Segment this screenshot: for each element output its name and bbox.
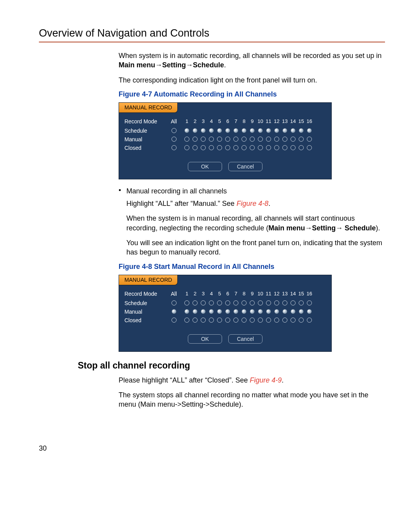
schedule-ch-radio[interactable] bbox=[233, 128, 238, 133]
manual-ch-radio[interactable] bbox=[282, 137, 287, 142]
schedule-ch-radio[interactable] bbox=[274, 300, 279, 305]
schedule-ch-radio[interactable] bbox=[307, 300, 312, 305]
closed-ch-radio[interactable] bbox=[209, 318, 214, 323]
closed-ch-radio[interactable] bbox=[242, 145, 247, 150]
manual-ch-radio[interactable] bbox=[233, 309, 238, 314]
schedule-ch-radio[interactable] bbox=[282, 128, 287, 133]
manual-ch-radio[interactable] bbox=[290, 309, 296, 314]
closed-ch-radio[interactable] bbox=[299, 318, 304, 323]
closed-ch-radio[interactable] bbox=[209, 145, 214, 150]
schedule-ch-radio[interactable] bbox=[299, 128, 304, 133]
ok-button[interactable]: OK bbox=[188, 162, 222, 171]
schedule-all-radio[interactable] bbox=[172, 128, 177, 133]
closed-ch-radio[interactable] bbox=[201, 145, 206, 150]
schedule-ch-radio[interactable] bbox=[209, 300, 214, 305]
manual-ch-radio[interactable] bbox=[250, 137, 255, 142]
closed-ch-radio[interactable] bbox=[274, 145, 279, 150]
closed-ch-radio[interactable] bbox=[258, 145, 263, 150]
schedule-ch-radio[interactable] bbox=[282, 300, 287, 305]
schedule-ch-radio[interactable] bbox=[201, 300, 206, 305]
schedule-ch-radio[interactable] bbox=[192, 128, 198, 133]
manual-ch-radio[interactable] bbox=[217, 309, 222, 314]
schedule-ch-radio[interactable] bbox=[192, 300, 198, 305]
schedule-ch-radio[interactable] bbox=[258, 128, 263, 133]
cancel-button[interactable]: Cancel bbox=[228, 162, 262, 171]
closed-ch-radio[interactable] bbox=[233, 145, 238, 150]
closed-ch-radio[interactable] bbox=[184, 145, 189, 150]
schedule-ch-radio[interactable] bbox=[266, 128, 271, 133]
closed-ch-radio[interactable] bbox=[266, 318, 271, 323]
schedule-ch-radio[interactable] bbox=[290, 128, 296, 133]
closed-ch-radio[interactable] bbox=[192, 318, 198, 323]
schedule-ch-radio[interactable] bbox=[299, 300, 304, 305]
schedule-ch-radio[interactable] bbox=[266, 300, 271, 305]
closed-ch-radio[interactable] bbox=[290, 145, 296, 150]
closed-ch-radio[interactable] bbox=[192, 145, 198, 150]
manual-ch-radio[interactable] bbox=[184, 137, 189, 142]
closed-ch-radio[interactable] bbox=[250, 318, 255, 323]
closed-ch-radio[interactable] bbox=[258, 318, 263, 323]
manual-ch-radio[interactable] bbox=[250, 309, 255, 314]
closed-ch-radio[interactable] bbox=[217, 318, 222, 323]
closed-all-radio[interactable] bbox=[172, 318, 177, 323]
cancel-button[interactable]: Cancel bbox=[228, 334, 262, 344]
closed-ch-radio[interactable] bbox=[250, 145, 255, 150]
closed-ch-radio[interactable] bbox=[266, 145, 271, 150]
manual-ch-radio[interactable] bbox=[192, 137, 198, 142]
manual-ch-radio[interactable] bbox=[274, 137, 279, 142]
schedule-ch-radio[interactable] bbox=[250, 300, 255, 305]
schedule-ch-radio[interactable] bbox=[184, 128, 189, 133]
manual-ch-radio[interactable] bbox=[307, 309, 312, 314]
manual-all-radio[interactable] bbox=[172, 309, 177, 314]
manual-ch-radio[interactable] bbox=[307, 137, 312, 142]
schedule-ch-radio[interactable] bbox=[242, 300, 247, 305]
schedule-ch-radio[interactable] bbox=[250, 128, 255, 133]
schedule-ch-radio[interactable] bbox=[290, 300, 296, 305]
schedule-ch-radio[interactable] bbox=[201, 128, 206, 133]
closed-ch-radio[interactable] bbox=[201, 318, 206, 323]
manual-ch-radio[interactable] bbox=[274, 309, 279, 314]
schedule-ch-radio[interactable] bbox=[184, 300, 189, 305]
schedule-ch-radio[interactable] bbox=[217, 128, 222, 133]
manual-ch-radio[interactable] bbox=[233, 137, 238, 142]
manual-ch-radio[interactable] bbox=[209, 137, 214, 142]
schedule-ch-radio[interactable] bbox=[217, 300, 222, 305]
closed-ch-radio[interactable] bbox=[225, 318, 230, 323]
closed-ch-radio[interactable] bbox=[282, 318, 287, 323]
manual-all-radio[interactable] bbox=[172, 137, 177, 142]
manual-ch-radio[interactable] bbox=[299, 309, 304, 314]
schedule-ch-radio[interactable] bbox=[274, 128, 279, 133]
manual-ch-radio[interactable] bbox=[299, 137, 304, 142]
manual-ch-radio[interactable] bbox=[201, 137, 206, 142]
closed-ch-radio[interactable] bbox=[307, 145, 312, 150]
closed-ch-radio[interactable] bbox=[242, 318, 247, 323]
manual-ch-radio[interactable] bbox=[192, 309, 198, 314]
schedule-ch-radio[interactable] bbox=[209, 128, 214, 133]
closed-ch-radio[interactable] bbox=[307, 318, 312, 323]
schedule-ch-radio[interactable] bbox=[258, 300, 263, 305]
schedule-ch-radio[interactable] bbox=[233, 300, 238, 305]
manual-ch-radio[interactable] bbox=[201, 309, 206, 314]
manual-ch-radio[interactable] bbox=[217, 137, 222, 142]
closed-ch-radio[interactable] bbox=[217, 145, 222, 150]
manual-ch-radio[interactable] bbox=[266, 137, 271, 142]
manual-ch-radio[interactable] bbox=[225, 309, 230, 314]
manual-ch-radio[interactable] bbox=[258, 309, 263, 314]
closed-ch-radio[interactable] bbox=[233, 318, 238, 323]
manual-ch-radio[interactable] bbox=[290, 137, 296, 142]
manual-ch-radio[interactable] bbox=[242, 309, 247, 314]
schedule-ch-radio[interactable] bbox=[242, 128, 247, 133]
manual-ch-radio[interactable] bbox=[209, 309, 214, 314]
ok-button[interactable]: OK bbox=[188, 334, 222, 344]
manual-ch-radio[interactable] bbox=[225, 137, 230, 142]
manual-ch-radio[interactable] bbox=[266, 309, 271, 314]
closed-ch-radio[interactable] bbox=[184, 318, 189, 323]
closed-all-radio[interactable] bbox=[172, 145, 177, 150]
manual-ch-radio[interactable] bbox=[242, 137, 247, 142]
closed-ch-radio[interactable] bbox=[274, 318, 279, 323]
schedule-all-radio[interactable] bbox=[172, 300, 177, 305]
closed-ch-radio[interactable] bbox=[290, 318, 296, 323]
manual-ch-radio[interactable] bbox=[184, 309, 189, 314]
schedule-ch-radio[interactable] bbox=[225, 128, 230, 133]
manual-ch-radio[interactable] bbox=[258, 137, 263, 142]
